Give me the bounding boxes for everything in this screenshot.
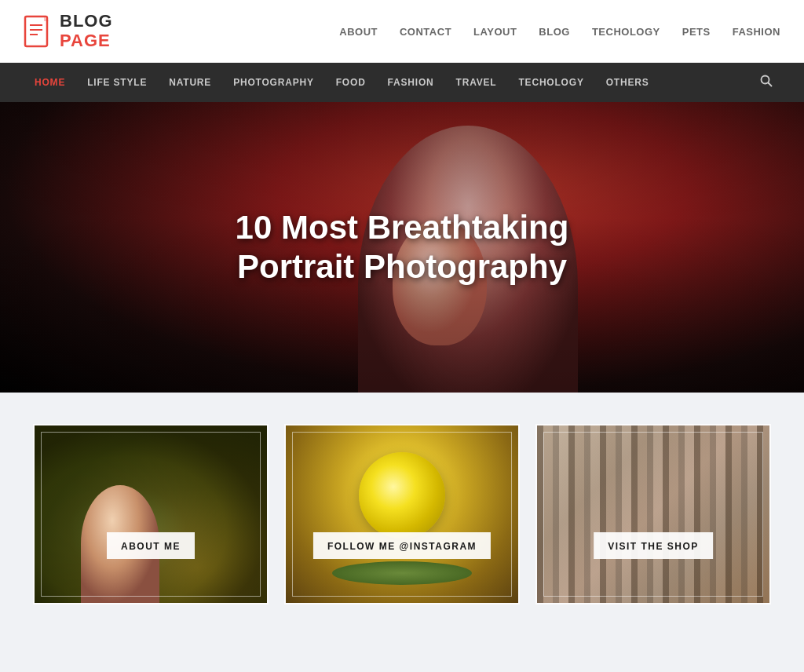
secnav-techology[interactable]: TECHOLOGY (507, 63, 594, 102)
card-instagram-image (286, 425, 518, 603)
card-instagram-label-text: FOLLOW ME @INSTAGRAM (327, 541, 477, 552)
card-about-label: ABOUT ME (107, 532, 195, 559)
hero-content: 10 Most Breathtaking Portrait Photograph… (166, 208, 638, 287)
card-about[interactable]: ABOUT ME (33, 424, 269, 604)
secnav-food[interactable]: FOOD (325, 63, 377, 102)
hero-title: 10 Most Breathtaking Portrait Photograph… (198, 208, 606, 287)
search-icon[interactable] (752, 75, 780, 90)
card-instagram-label: FOLLOW ME @INSTAGRAM (313, 532, 491, 559)
top-nav: BLOG PAGE ABOUT CONTACT LAYOUT BLOG TECH… (0, 0, 804, 63)
logo-blog: BLOG (60, 12, 113, 31)
cards-section: ABOUT ME FOLLOW ME @INSTAGRAM VISIT THE … (0, 393, 804, 644)
top-nav-links: ABOUT CONTACT LAYOUT BLOG TECHOLOGY PETS… (339, 24, 780, 38)
logo-page: PAGE (60, 31, 113, 50)
topnav-fashion[interactable]: FASHION (733, 26, 780, 38)
topnav-blog[interactable]: BLOG (539, 26, 570, 38)
logo-icon (24, 15, 52, 48)
card-about-image (35, 425, 267, 603)
topnav-pets[interactable]: PETS (682, 26, 711, 38)
hero-section: 10 Most Breathtaking Portrait Photograph… (0, 102, 804, 393)
svg-rect-0 (25, 16, 47, 46)
card-shop-label: VISIT THE SHOP (594, 532, 713, 559)
secnav-photography[interactable]: PHOTOGRAPHY (222, 63, 325, 102)
topnav-techology[interactable]: TECHOLOGY (592, 26, 660, 38)
topnav-contact[interactable]: CONTACT (400, 26, 451, 38)
card-about-label-text: ABOUT ME (121, 541, 181, 552)
secnav-fashion[interactable]: FASHION (377, 63, 445, 102)
secnav-lifestyle[interactable]: LIFE STYLE (76, 63, 158, 102)
secnav-travel[interactable]: TRAVEL (445, 63, 508, 102)
card-shop-image (537, 425, 769, 603)
logo[interactable]: BLOG PAGE (24, 12, 113, 49)
secnav-others[interactable]: OTHERS (595, 63, 660, 102)
topnav-about[interactable]: ABOUT (339, 26, 378, 38)
secnav-home[interactable]: HOME (24, 63, 76, 102)
card-shop[interactable]: VISIT THE SHOP (535, 424, 771, 604)
logo-text: BLOG PAGE (60, 12, 113, 49)
secnav-nature[interactable]: NATURE (158, 63, 222, 102)
sec-nav-links: HOME LIFE STYLE NATURE PHOTOGRAPHY FOOD … (24, 63, 752, 102)
svg-line-5 (769, 83, 772, 86)
card-instagram[interactable]: FOLLOW ME @INSTAGRAM (284, 424, 520, 604)
topnav-layout[interactable]: LAYOUT (473, 26, 517, 38)
sec-nav: HOME LIFE STYLE NATURE PHOTOGRAPHY FOOD … (0, 63, 804, 102)
card-shop-label-text: VISIT THE SHOP (608, 541, 699, 552)
